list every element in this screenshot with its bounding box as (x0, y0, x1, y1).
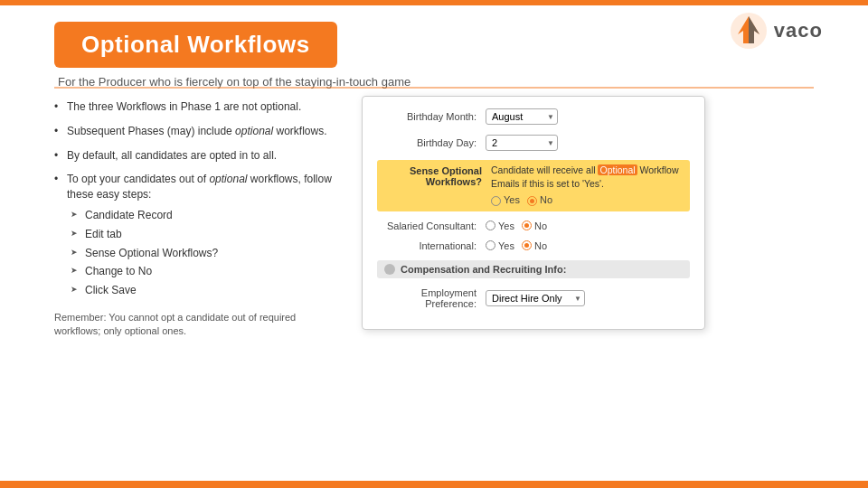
step-3: Sense Optional Workflows? (71, 246, 335, 261)
left-column: The three Workflows in Phase 1 are not o… (54, 90, 335, 461)
sense-optional-workflows-row: Sense Optional Workflows? Candidate will… (377, 160, 690, 211)
sense-no-radio[interactable]: No (527, 193, 552, 207)
sense-yes-circle[interactable] (491, 196, 501, 206)
bullet-3: By default, all candidates are opted in … (54, 148, 335, 164)
birthday-day-label: Birthday Day: (377, 137, 476, 148)
international-yes-radio[interactable]: Yes (486, 240, 514, 251)
bullet-1: The three Workflows in Phase 1 are not o… (54, 99, 335, 115)
employment-select[interactable]: Direct Hire Only (486, 290, 585, 306)
bullet-2: Subsequent Phases (may) include optional… (54, 124, 335, 139)
employment-preference-row: Employment Preference: Direct Hire Only (377, 287, 690, 309)
international-label: International: (377, 240, 476, 251)
right-column: Birthday Month: August Birthday Day: 2 (362, 90, 814, 461)
step-4: Change to No (71, 264, 335, 279)
international-yes-label: Yes (498, 240, 514, 251)
salaried-consultant-label: Salaried Consultant: (377, 221, 476, 231)
birthday-month-label: Birthday Month: (377, 111, 476, 122)
salaried-yes-circle[interactable] (486, 221, 495, 230)
salaried-yes-radio[interactable]: Yes (486, 221, 514, 231)
section-header-dot (384, 264, 395, 275)
steps-list: Candidate Record Edit tab Sense Optional… (71, 208, 335, 298)
title-box: Optional Workflows (54, 22, 337, 68)
birthday-month-select[interactable]: August (486, 108, 558, 125)
sense-optional-label: Sense Optional Workflows? (382, 164, 482, 187)
bullet-list: The three Workflows in Phase 1 are not o… (54, 99, 335, 298)
salaried-no-label: No (534, 221, 547, 231)
step-1: Candidate Record (71, 208, 335, 223)
section-header-label: Compensation and Recruiting Info: (401, 264, 566, 275)
sense-optional-content: Candidate will receive all Optional Work… (491, 164, 684, 208)
compensation-section-header: Compensation and Recruiting Info: (377, 260, 690, 278)
international-no-circle[interactable] (522, 240, 532, 250)
content-area: The three Workflows in Phase 1 are not o… (54, 90, 814, 461)
sense-yes-radio[interactable]: Yes (491, 193, 520, 207)
sense-yes-label: Yes (504, 193, 520, 207)
international-no-label: No (534, 240, 547, 251)
remember-text: Remember: You cannot opt a candidate out… (54, 311, 335, 339)
international-radio[interactable]: Yes No (486, 240, 547, 251)
sense-optional-radio[interactable]: Yes No (491, 193, 684, 207)
employment-select-wrapper[interactable]: Direct Hire Only (486, 289, 585, 306)
birthday-day-row: Birthday Day: 2 (377, 134, 690, 151)
optional-highlight: Optional (598, 164, 637, 175)
salaried-consultant-radio[interactable]: Yes No (486, 221, 547, 231)
header-divider (54, 87, 814, 89)
birthday-day-control[interactable]: 2 (486, 134, 558, 151)
international-yes-circle[interactable] (486, 240, 495, 250)
sense-no-circle[interactable] (527, 196, 537, 206)
birthday-month-row: Birthday Month: August (377, 108, 690, 125)
bottom-accent-bar (0, 481, 868, 488)
salaried-no-radio[interactable]: No (522, 221, 547, 231)
bullet-4: To opt your candidates out of optional w… (54, 172, 335, 298)
international-row: International: Yes No (377, 240, 690, 251)
salaried-yes-label: Yes (498, 221, 514, 231)
birthday-month-select-wrapper[interactable]: August (486, 108, 558, 125)
step-2: Edit tab (71, 227, 335, 242)
step-5: Click Save (71, 283, 335, 298)
page-title: Optional Workflows (81, 31, 310, 59)
salaried-no-circle[interactable] (522, 221, 532, 230)
birthday-day-select-wrapper[interactable]: 2 (486, 134, 558, 151)
birthday-day-select[interactable]: 2 (486, 135, 558, 151)
employment-preference-control[interactable]: Direct Hire Only (486, 289, 585, 306)
sense-no-label: No (540, 193, 552, 207)
birthday-month-control[interactable]: August (486, 108, 558, 125)
employment-preference-label: Employment Preference: (377, 287, 476, 309)
form-mockup: Birthday Month: August Birthday Day: 2 (362, 96, 705, 330)
international-no-radio[interactable]: No (522, 240, 547, 251)
salaried-consultant-row: Salaried Consultant: Yes No (377, 221, 690, 231)
